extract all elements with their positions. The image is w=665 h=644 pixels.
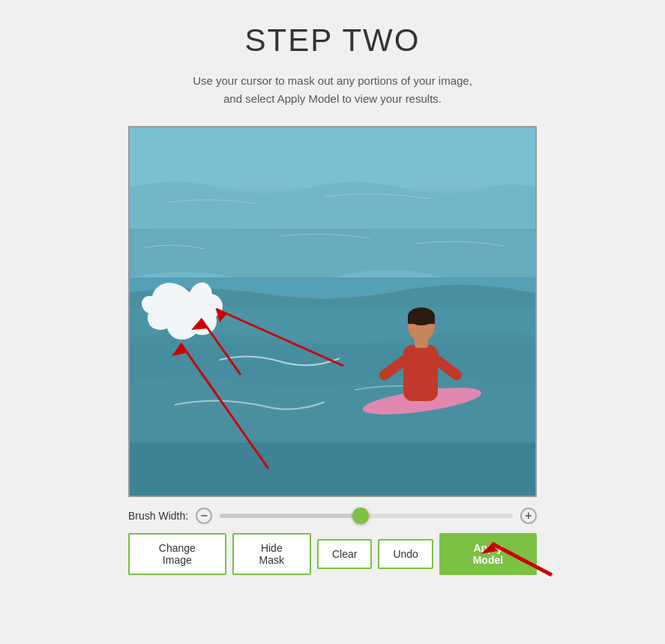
brush-increase-button[interactable]: + <box>520 508 537 524</box>
clear-button[interactable]: Clear <box>317 539 372 569</box>
slider-fill <box>220 514 361 518</box>
scene-svg <box>130 127 537 497</box>
subtitle: Use your cursor to mask out any portions… <box>193 72 472 108</box>
hide-mask-button[interactable]: Hide Mask <box>232 533 311 575</box>
page-title: STEP TWO <box>245 22 421 58</box>
brush-decrease-button[interactable]: − <box>196 508 212 524</box>
svg-rect-5 <box>403 345 438 401</box>
controls-panel: Brush Width: − + Change Image Hide Mask … <box>128 508 537 575</box>
undo-button[interactable]: Undo <box>378 539 433 569</box>
change-image-button[interactable]: Change Image <box>128 533 226 575</box>
buttons-area: Change Image Hide Mask Clear Undo Apply … <box>128 533 537 575</box>
brush-width-row: Brush Width: − + <box>128 508 537 524</box>
brush-width-label: Brush Width: <box>128 510 188 522</box>
svg-rect-3 <box>130 442 537 497</box>
action-buttons-row: Change Image Hide Mask Clear Undo Apply … <box>128 533 537 575</box>
image-canvas[interactable] <box>128 126 537 497</box>
slider-thumb[interactable] <box>352 508 369 524</box>
apply-model-button[interactable]: Apply Model <box>439 533 537 575</box>
brush-width-slider[interactable] <box>220 514 513 518</box>
svg-rect-11 <box>408 316 435 324</box>
